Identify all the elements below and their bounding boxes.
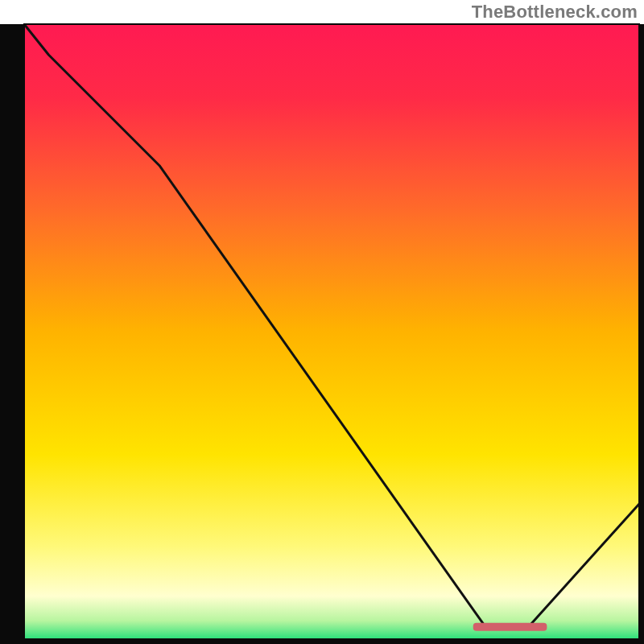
chart-stage: TheBottleneck.com bbox=[0, 0, 644, 644]
frame-left bbox=[0, 24, 24, 644]
optimal-range-marker bbox=[473, 623, 547, 631]
bottleneck-chart bbox=[0, 0, 644, 644]
gradient-background bbox=[24, 24, 639, 639]
